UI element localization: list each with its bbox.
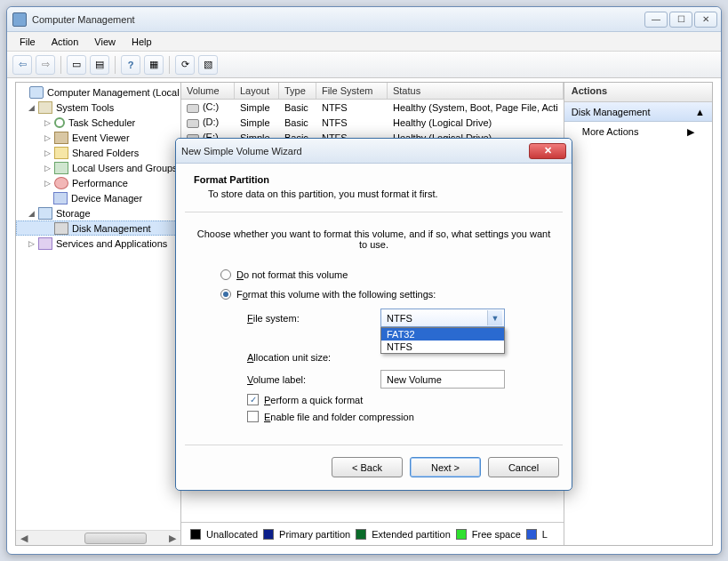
legend-label: L — [542, 529, 548, 540]
dropdown-option-ntfs[interactable]: NTFS — [381, 341, 504, 353]
cell-vol: (D:) — [203, 116, 219, 127]
tree-root[interactable]: Computer Management (Local — [16, 84, 180, 100]
menu-file[interactable]: File — [12, 35, 43, 49]
folder-icon — [54, 147, 68, 159]
toolbar: ⇦ ⇨ ▭ ▤ ? ▦ ⟳ ▧ — [7, 52, 721, 78]
tree-services[interactable]: ▷Services and Applications — [16, 236, 180, 251]
up-icon[interactable]: ▭ — [67, 55, 86, 75]
input-value: New Volume — [387, 374, 442, 385]
scroll-thumb[interactable] — [84, 533, 147, 544]
radio-format-settings[interactable]: Format this volume with the following se… — [220, 289, 554, 300]
legend-label: Extended partition — [372, 529, 451, 540]
cell-status: Healthy (Logical Drive) — [388, 117, 564, 128]
col-status[interactable]: Status — [388, 83, 564, 99]
scroll-right-icon[interactable]: ▶ — [165, 532, 180, 545]
cancel-button[interactable]: Cancel — [488, 457, 559, 477]
tree-label: Storage — [56, 208, 91, 219]
window-title: Computer Management — [32, 14, 644, 25]
cell-status: Healthy (System, Boot, Page File, Acti — [388, 102, 564, 113]
checkbox-compression[interactable]: Enable file and folder compression — [247, 411, 554, 422]
tree-device-manager[interactable]: Device Manager — [16, 190, 180, 205]
toolbar-sep — [115, 56, 116, 74]
tree-label: Event Viewer — [72, 132, 130, 143]
dialog-title: New Simple Volume Wizard — [181, 146, 529, 156]
dropdown-option-fat32[interactable]: FAT32 — [381, 328, 504, 341]
tree-performance[interactable]: ▷Performance — [16, 175, 180, 190]
radio-label: rmat this volume with the following sett… — [248, 289, 436, 300]
properties-icon[interactable]: ▦ — [144, 55, 164, 75]
legend: Unallocated Primary partition Extended p… — [181, 522, 564, 545]
radio-do-not-format[interactable]: Do not format this volume — [220, 269, 554, 280]
actions-section-label: Disk Management — [572, 107, 651, 117]
toolbar-sep — [60, 56, 61, 74]
col-layout[interactable]: Layout — [235, 83, 279, 99]
storage-icon — [38, 207, 52, 220]
dialog-heading: Format Partition — [194, 174, 554, 185]
label-allocation: Allocation unit size: — [247, 352, 380, 363]
tools-icon — [38, 101, 52, 114]
checkbox-quick-format[interactable]: ✓ Perform a quick format — [247, 394, 554, 405]
filesystem-combo[interactable]: NTFS ▼ FAT32 NTFS — [380, 309, 505, 327]
actions-section[interactable]: Disk Management ▲ — [564, 102, 712, 122]
next-button[interactable]: Next > — [410, 457, 481, 477]
actions-panel: Actions Disk Management ▲ More Actions ▶ — [564, 83, 712, 545]
tree-task-scheduler[interactable]: ▷Task Scheduler — [16, 115, 180, 130]
tree-shared-folders[interactable]: ▷Shared Folders — [16, 145, 180, 160]
tree-label: Performance — [72, 178, 128, 188]
col-volume[interactable]: Volume — [181, 83, 235, 99]
tree-label: Task Scheduler — [68, 117, 135, 128]
legend-label: Unallocated — [206, 529, 258, 540]
volume-label-input[interactable]: New Volume — [380, 370, 505, 389]
menu-action[interactable]: Action — [44, 35, 86, 49]
cell-vol: (C:) — [203, 101, 219, 112]
col-type[interactable]: Type — [279, 83, 316, 99]
menu-view[interactable]: View — [87, 35, 123, 49]
checkbox-label: nable file and folder compression — [270, 412, 413, 422]
table-row[interactable]: (D:) Simple Basic NTFS Healthy (Logical … — [181, 115, 564, 130]
tree-local-users[interactable]: ▷Local Users and Groups — [16, 160, 180, 175]
radio-label: o not format this volume — [244, 269, 348, 280]
minimize-button[interactable]: — — [644, 12, 668, 28]
app-icon — [12, 12, 27, 27]
tree-disk-management[interactable]: Disk Management — [16, 220, 180, 236]
clock-icon — [54, 117, 65, 128]
menu-help[interactable]: Help — [124, 35, 159, 49]
divider — [185, 445, 563, 445]
tree-label: Services and Applications — [56, 238, 167, 249]
showhide-icon[interactable]: ▤ — [90, 55, 109, 75]
maximize-button[interactable]: ☐ — [669, 12, 692, 28]
tree-system-tools[interactable]: ◢System Tools — [16, 100, 180, 115]
wizard-dialog: New Simple Volume Wizard ✕ Format Partit… — [175, 138, 572, 491]
col-filesystem[interactable]: File System — [316, 83, 388, 99]
event-icon — [54, 132, 68, 144]
forward-icon[interactable]: ⇨ — [36, 55, 55, 75]
table-row[interactable]: (C:) Simple Basic NTFS Healthy (System, … — [181, 100, 564, 115]
tree-label: Disk Management — [72, 223, 151, 234]
checkbox-icon: ✓ — [247, 394, 259, 405]
dialog-instruction: Choose whether you want to format this v… — [194, 228, 554, 250]
radio-icon — [220, 289, 231, 300]
legend-swatch — [190, 529, 201, 540]
dialog-close-button[interactable]: ✕ — [529, 143, 566, 159]
scope-icon[interactable]: ▧ — [198, 55, 218, 75]
cell-fs: NTFS — [316, 117, 388, 128]
help-icon[interactable]: ? — [121, 55, 140, 75]
titlebar[interactable]: Computer Management — ☐ ✕ — [7, 7, 721, 32]
tree-scrollbar[interactable]: ◀ ▶ — [16, 530, 180, 545]
back-icon[interactable]: ⇦ — [12, 55, 32, 75]
checkbox-icon — [247, 411, 259, 422]
tree-label: System Tools — [56, 102, 114, 113]
actions-more[interactable]: More Actions ▶ — [564, 122, 712, 142]
dialog-titlebar[interactable]: New Simple Volume Wizard ✕ — [176, 139, 572, 164]
tree-storage[interactable]: ◢Storage — [16, 205, 180, 220]
cell-layout: Simple — [235, 102, 279, 113]
tree-label: Local Users and Groups — [72, 163, 178, 173]
actions-more-label: More Actions — [582, 126, 639, 138]
scroll-left-icon[interactable]: ◀ — [16, 532, 31, 545]
tree-event-viewer[interactable]: ▷Event Viewer — [16, 130, 180, 145]
refresh-icon[interactable]: ⟳ — [175, 55, 195, 75]
label-filesystem: File system: — [247, 313, 380, 324]
menubar: File Action View Help — [7, 32, 721, 52]
back-button[interactable]: < Back — [332, 457, 403, 477]
close-button[interactable]: ✕ — [694, 12, 717, 28]
